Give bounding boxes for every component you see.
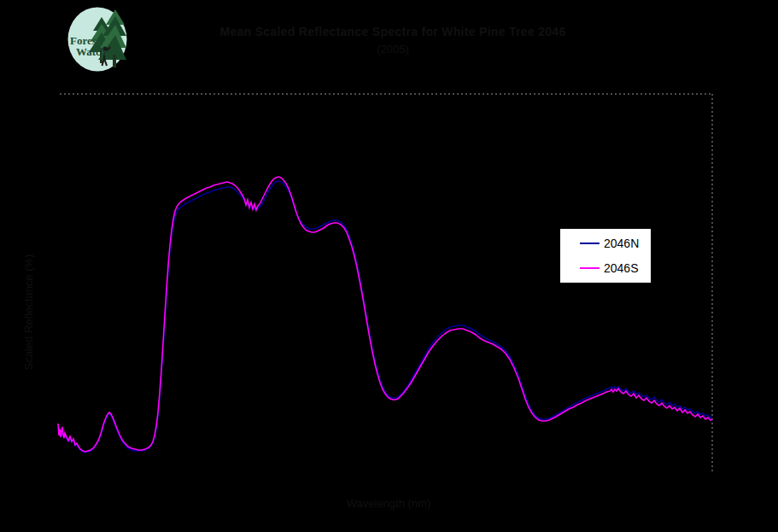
chart-page: Forest Watch Mean Scaled Reflectance Spe… <box>0 0 778 532</box>
legend-label-2046n: 2046N <box>604 237 639 249</box>
series-line-2046s <box>58 177 712 452</box>
legend-line-sample-2046n <box>580 243 600 244</box>
series-line-2046n <box>58 181 712 453</box>
legend-item-2046n: 2046N <box>560 237 651 249</box>
legend-item-2046s: 2046S <box>560 262 651 274</box>
legend-line-sample-2046s <box>580 267 600 269</box>
x-axis-label: Wavelength (nm) <box>47 497 730 510</box>
plot-svg <box>0 0 778 532</box>
legend-box: 2046N 2046S <box>559 228 652 284</box>
y-axis-label: Scaled Reflectance (%) <box>22 244 35 381</box>
legend-label-2046s: 2046S <box>604 262 638 274</box>
